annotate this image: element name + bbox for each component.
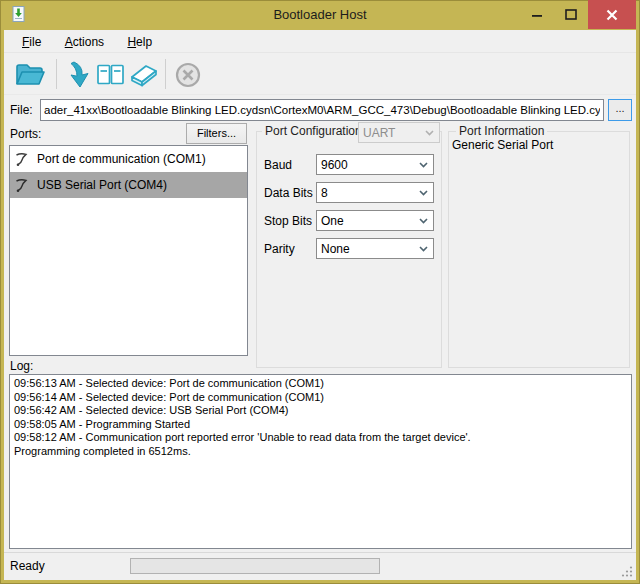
progress-bar <box>130 558 380 574</box>
port-information-title: Port Information <box>456 124 547 138</box>
close-button[interactable] <box>588 0 636 29</box>
protocol-select[interactable]: UART <box>358 122 440 143</box>
baud-select[interactable]: 9600 <box>316 154 434 175</box>
port-list-item-selected[interactable]: USB Serial Port (COM4) <box>10 172 247 198</box>
file-path-input[interactable] <box>40 99 604 121</box>
filters-button[interactable]: Filters... <box>186 123 247 144</box>
log-label: Log: <box>10 359 33 373</box>
status-bar: Ready <box>4 552 636 580</box>
eraser-icon <box>127 62 159 88</box>
log-line: 09:56:14 AM - Selected device: Port de c… <box>14 391 627 405</box>
download-arrow-icon <box>66 61 92 89</box>
file-label: File: <box>10 103 33 117</box>
toolbar-separator <box>165 59 166 89</box>
stop-bits-label: Stop Bits <box>264 214 312 228</box>
abort-button[interactable] <box>170 57 206 93</box>
serial-port-icon <box>15 178 29 193</box>
port-list-item[interactable]: Port de communication (COM1) <box>10 146 247 172</box>
close-icon <box>606 9 618 21</box>
minimize-icon <box>532 10 543 20</box>
baud-value: 9600 <box>317 158 419 172</box>
log-line: 09:58:05 AM - Programming Started <box>14 418 627 432</box>
port-name: Port de communication (COM1) <box>37 152 206 166</box>
stop-bits-select[interactable]: One <box>316 210 434 231</box>
serial-port-icon <box>15 152 29 167</box>
chevron-down-icon <box>419 190 428 196</box>
bootloader-host-window: Bootloader Host File Actions Hel <box>0 0 640 584</box>
maximize-button[interactable] <box>554 0 588 29</box>
chevron-down-icon <box>419 218 428 224</box>
titlebar: Bootloader Host <box>0 0 640 30</box>
stop-bits-value: One <box>317 214 419 228</box>
menu-bar: File Actions Help <box>4 31 636 53</box>
log-output[interactable]: 09:56:13 AM - Selected device: Port de c… <box>9 374 632 549</box>
menu-actions[interactable]: Actions <box>55 31 114 52</box>
documents-icon <box>96 62 126 88</box>
chevron-down-icon <box>425 130 434 136</box>
port-configuration-title: Port Configuration <box>262 124 365 138</box>
open-file-button[interactable] <box>12 57 48 93</box>
maximize-icon <box>565 9 577 20</box>
toolbar-separator <box>56 59 57 89</box>
ports-list: Port de communication (COM1) USB Serial … <box>9 145 248 356</box>
chevron-down-icon <box>419 246 428 252</box>
open-folder-icon <box>14 62 46 88</box>
minimize-button[interactable] <box>520 0 554 29</box>
ports-label: Ports: <box>10 127 41 141</box>
log-line: 09:58:12 AM - Communication port reporte… <box>14 431 627 445</box>
resize-grip[interactable] <box>621 565 633 577</box>
toolbar <box>4 54 636 95</box>
parity-value: None <box>317 242 419 256</box>
chevron-down-icon <box>419 162 428 168</box>
erase-button[interactable] <box>125 57 161 93</box>
protocol-value: UART <box>359 126 425 140</box>
status-text: Ready <box>10 559 45 573</box>
program-button[interactable] <box>61 57 97 93</box>
data-bits-label: Data Bits <box>264 186 313 200</box>
menu-help[interactable]: Help <box>117 31 162 52</box>
port-information-group <box>448 131 630 368</box>
log-line: 09:56:13 AM - Selected device: Port de c… <box>14 377 627 391</box>
data-bits-select[interactable]: 8 <box>316 182 434 203</box>
data-bits-value: 8 <box>317 186 419 200</box>
parity-label: Parity <box>264 242 295 256</box>
port-name: USB Serial Port (COM4) <box>37 178 167 192</box>
menu-file[interactable]: File <box>12 31 51 52</box>
baud-label: Baud <box>264 158 292 172</box>
browse-button[interactable]: ... <box>608 99 632 121</box>
log-line: Programming completed in 6512ms. <box>14 445 627 459</box>
port-information-text: Generic Serial Port <box>452 138 553 152</box>
log-line: 09:56:42 AM - Selected device: USB Seria… <box>14 404 627 418</box>
verify-button[interactable] <box>93 57 129 93</box>
parity-select[interactable]: None <box>316 238 434 259</box>
abort-icon <box>174 61 202 89</box>
